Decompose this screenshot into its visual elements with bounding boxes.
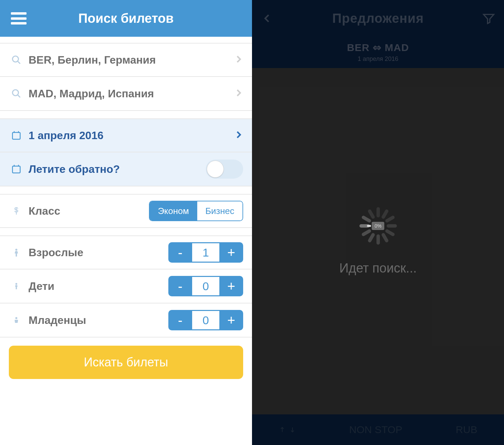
depart-date-label: 1 апреля 2016 [29, 129, 234, 142]
search-form-screen: Поиск билетов BER, Берлин, Германия MAD,… [0, 0, 252, 445]
children-row: Дети - 0 + [0, 269, 252, 303]
menu-icon[interactable] [11, 12, 27, 24]
svg-rect-7 [13, 166, 20, 173]
results-screen: Предложения BER ⇔ MAD 1 апреля 2016 [252, 0, 504, 445]
origin-label: BER, Берлин, Германия [29, 54, 234, 66]
sort-button[interactable] [279, 425, 296, 435]
chevron-right-icon [234, 86, 243, 101]
adults-value: 1 [192, 242, 219, 263]
results-summary: BER ⇔ MAD 1 апреля 2016 [252, 37, 504, 70]
infants-decrement[interactable]: - [168, 310, 192, 330]
nonstop-filter[interactable]: NON STOP [349, 424, 402, 435]
calendar-icon [9, 130, 24, 141]
loading-text: Идет поиск... [339, 261, 417, 276]
svg-point-11 [15, 283, 17, 285]
currency-selector[interactable]: RUB [456, 424, 477, 435]
class-row: Класс Эконом Бизнес [0, 194, 252, 228]
results-header: Предложения [252, 0, 504, 37]
adults-decrement[interactable]: - [168, 242, 192, 263]
search-button-label: Искать билеты [84, 355, 168, 369]
search-header: Поиск билетов [0, 0, 252, 37]
infants-increment[interactable]: + [219, 310, 243, 330]
calendar-icon [9, 164, 24, 174]
search-icon [9, 55, 24, 65]
loading-spinner: 0% [359, 207, 397, 245]
svg-line-1 [18, 61, 20, 64]
chevron-right-icon [234, 52, 243, 67]
infants-label: Младенцы [29, 314, 86, 327]
infants-stepper: - 0 + [168, 310, 243, 330]
svg-point-2 [13, 90, 19, 96]
infants-row: Младенцы - 0 + [0, 303, 252, 337]
chevron-right-icon [234, 128, 243, 143]
svg-point-10 [15, 249, 17, 251]
search-icon [9, 88, 24, 99]
class-label: Класс [29, 205, 60, 217]
child-icon [9, 281, 24, 291]
progress-badge: 0% [372, 222, 384, 230]
depart-date-row[interactable]: 1 апреля 2016 [0, 118, 252, 152]
return-row: Летите обратно? [0, 152, 252, 186]
money-icon [9, 205, 24, 217]
adult-icon [9, 247, 24, 258]
adults-label: Взрослые [29, 246, 83, 259]
return-label: Летите обратно? [29, 163, 120, 176]
adults-stepper: - 1 + [168, 242, 243, 263]
page-title: Поиск билетов [0, 11, 252, 26]
business-option[interactable]: Бизнес [197, 201, 242, 220]
destination-label: MAD, Мадрид, Испания [29, 87, 234, 100]
infants-value: 0 [192, 310, 219, 330]
adults-row: Взрослые - 1 + [0, 235, 252, 269]
children-stepper: - 0 + [168, 276, 243, 296]
children-increment[interactable]: + [219, 276, 243, 296]
route-date: 1 апреля 2016 [252, 55, 504, 63]
destination-row[interactable]: MAD, Мадрид, Испания [0, 77, 252, 111]
results-body: 0% Идет поиск... [252, 68, 504, 414]
children-value: 0 [192, 276, 219, 296]
adults-increment[interactable]: + [219, 242, 243, 263]
results-footer: NON STOP RUB [252, 414, 504, 445]
svg-point-12 [15, 317, 17, 319]
economy-option[interactable]: Эконом [150, 201, 197, 220]
results-title: Предложения [332, 11, 424, 26]
svg-line-3 [18, 95, 20, 97]
children-label: Дети [29, 280, 54, 293]
return-toggle[interactable] [206, 160, 243, 179]
children-decrement[interactable]: - [168, 276, 192, 296]
infant-icon [9, 315, 24, 325]
route-label: BER ⇔ MAD [252, 42, 504, 53]
filter-button[interactable] [473, 0, 504, 37]
back-button[interactable] [252, 0, 283, 37]
origin-row[interactable]: BER, Берлин, Германия [0, 43, 252, 77]
svg-point-0 [13, 56, 19, 62]
search-button[interactable]: Искать билеты [9, 346, 243, 379]
svg-rect-4 [13, 132, 20, 139]
class-segmented: Эконом Бизнес [149, 201, 243, 221]
